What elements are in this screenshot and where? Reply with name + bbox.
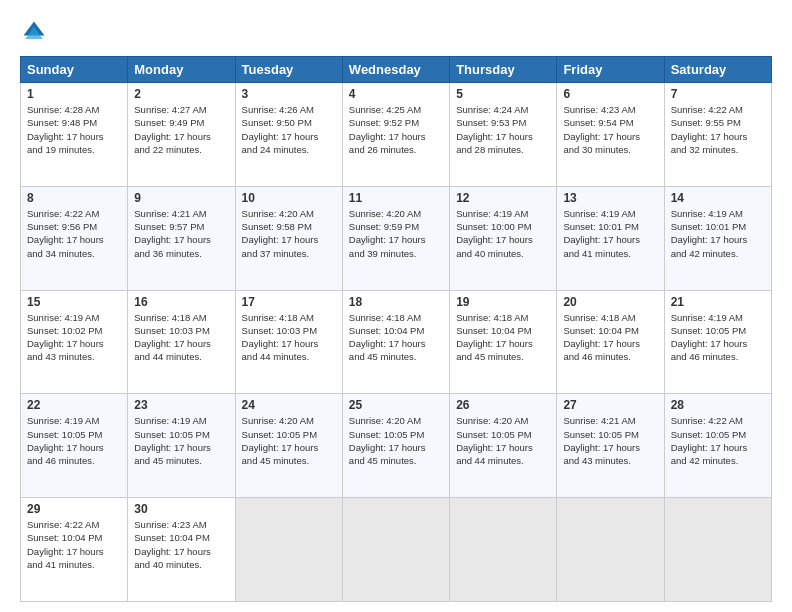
weekday-header-wednesday: Wednesday bbox=[342, 57, 449, 83]
day-content: Sunrise: 4:20 AM Sunset: 10:05 PM Daylig… bbox=[456, 414, 550, 467]
day-cell: 14 Sunrise: 4:19 AM Sunset: 10:01 PM Day… bbox=[664, 186, 771, 290]
day-content: Sunrise: 4:22 AM Sunset: 9:56 PM Dayligh… bbox=[27, 207, 121, 260]
day-number: 9 bbox=[134, 191, 228, 205]
day-cell: 22 Sunrise: 4:19 AM Sunset: 10:05 PM Day… bbox=[21, 394, 128, 498]
day-content: Sunrise: 4:18 AM Sunset: 10:04 PM Daylig… bbox=[349, 311, 443, 364]
week-row-5: 29 Sunrise: 4:22 AM Sunset: 10:04 PM Day… bbox=[21, 498, 772, 602]
week-row-4: 22 Sunrise: 4:19 AM Sunset: 10:05 PM Day… bbox=[21, 394, 772, 498]
day-content: Sunrise: 4:18 AM Sunset: 10:03 PM Daylig… bbox=[134, 311, 228, 364]
day-number: 23 bbox=[134, 398, 228, 412]
logo bbox=[20, 18, 52, 46]
page: SundayMondayTuesdayWednesdayThursdayFrid… bbox=[0, 0, 792, 612]
day-content: Sunrise: 4:21 AM Sunset: 9:57 PM Dayligh… bbox=[134, 207, 228, 260]
day-content: Sunrise: 4:20 AM Sunset: 9:58 PM Dayligh… bbox=[242, 207, 336, 260]
day-cell: 30 Sunrise: 4:23 AM Sunset: 10:04 PM Day… bbox=[128, 498, 235, 602]
week-row-3: 15 Sunrise: 4:19 AM Sunset: 10:02 PM Day… bbox=[21, 290, 772, 394]
day-cell: 26 Sunrise: 4:20 AM Sunset: 10:05 PM Day… bbox=[450, 394, 557, 498]
day-content: Sunrise: 4:23 AM Sunset: 9:54 PM Dayligh… bbox=[563, 103, 657, 156]
day-content: Sunrise: 4:19 AM Sunset: 10:02 PM Daylig… bbox=[27, 311, 121, 364]
day-content: Sunrise: 4:22 AM Sunset: 10:05 PM Daylig… bbox=[671, 414, 765, 467]
day-number: 8 bbox=[27, 191, 121, 205]
day-number: 1 bbox=[27, 87, 121, 101]
day-cell: 21 Sunrise: 4:19 AM Sunset: 10:05 PM Day… bbox=[664, 290, 771, 394]
day-number: 4 bbox=[349, 87, 443, 101]
day-cell: 28 Sunrise: 4:22 AM Sunset: 10:05 PM Day… bbox=[664, 394, 771, 498]
day-content: Sunrise: 4:23 AM Sunset: 10:04 PM Daylig… bbox=[134, 518, 228, 571]
logo-icon bbox=[20, 18, 48, 46]
weekday-header-saturday: Saturday bbox=[664, 57, 771, 83]
day-cell: 23 Sunrise: 4:19 AM Sunset: 10:05 PM Day… bbox=[128, 394, 235, 498]
day-number: 5 bbox=[456, 87, 550, 101]
day-cell: 25 Sunrise: 4:20 AM Sunset: 10:05 PM Day… bbox=[342, 394, 449, 498]
day-number: 3 bbox=[242, 87, 336, 101]
day-content: Sunrise: 4:24 AM Sunset: 9:53 PM Dayligh… bbox=[456, 103, 550, 156]
day-cell: 29 Sunrise: 4:22 AM Sunset: 10:04 PM Day… bbox=[21, 498, 128, 602]
day-content: Sunrise: 4:22 AM Sunset: 10:04 PM Daylig… bbox=[27, 518, 121, 571]
day-number: 19 bbox=[456, 295, 550, 309]
day-cell: 20 Sunrise: 4:18 AM Sunset: 10:04 PM Day… bbox=[557, 290, 664, 394]
day-number: 10 bbox=[242, 191, 336, 205]
day-cell: 15 Sunrise: 4:19 AM Sunset: 10:02 PM Day… bbox=[21, 290, 128, 394]
day-content: Sunrise: 4:26 AM Sunset: 9:50 PM Dayligh… bbox=[242, 103, 336, 156]
day-cell: 8 Sunrise: 4:22 AM Sunset: 9:56 PM Dayli… bbox=[21, 186, 128, 290]
weekday-header-monday: Monday bbox=[128, 57, 235, 83]
day-number: 17 bbox=[242, 295, 336, 309]
day-content: Sunrise: 4:19 AM Sunset: 10:01 PM Daylig… bbox=[563, 207, 657, 260]
day-content: Sunrise: 4:18 AM Sunset: 10:03 PM Daylig… bbox=[242, 311, 336, 364]
day-number: 6 bbox=[563, 87, 657, 101]
weekday-header-tuesday: Tuesday bbox=[235, 57, 342, 83]
day-cell: 16 Sunrise: 4:18 AM Sunset: 10:03 PM Day… bbox=[128, 290, 235, 394]
day-content: Sunrise: 4:27 AM Sunset: 9:49 PM Dayligh… bbox=[134, 103, 228, 156]
weekday-header-row: SundayMondayTuesdayWednesdayThursdayFrid… bbox=[21, 57, 772, 83]
day-content: Sunrise: 4:19 AM Sunset: 10:05 PM Daylig… bbox=[671, 311, 765, 364]
day-content: Sunrise: 4:20 AM Sunset: 9:59 PM Dayligh… bbox=[349, 207, 443, 260]
day-number: 14 bbox=[671, 191, 765, 205]
day-cell bbox=[557, 498, 664, 602]
weekday-header-thursday: Thursday bbox=[450, 57, 557, 83]
day-content: Sunrise: 4:19 AM Sunset: 10:05 PM Daylig… bbox=[134, 414, 228, 467]
day-cell: 1 Sunrise: 4:28 AM Sunset: 9:48 PM Dayli… bbox=[21, 83, 128, 187]
day-cell: 17 Sunrise: 4:18 AM Sunset: 10:03 PM Day… bbox=[235, 290, 342, 394]
week-row-2: 8 Sunrise: 4:22 AM Sunset: 9:56 PM Dayli… bbox=[21, 186, 772, 290]
day-cell bbox=[235, 498, 342, 602]
day-number: 22 bbox=[27, 398, 121, 412]
day-content: Sunrise: 4:19 AM Sunset: 10:05 PM Daylig… bbox=[27, 414, 121, 467]
day-content: Sunrise: 4:18 AM Sunset: 10:04 PM Daylig… bbox=[456, 311, 550, 364]
day-cell: 11 Sunrise: 4:20 AM Sunset: 9:59 PM Dayl… bbox=[342, 186, 449, 290]
day-number: 2 bbox=[134, 87, 228, 101]
day-number: 16 bbox=[134, 295, 228, 309]
calendar-table: SundayMondayTuesdayWednesdayThursdayFrid… bbox=[20, 56, 772, 602]
day-cell: 9 Sunrise: 4:21 AM Sunset: 9:57 PM Dayli… bbox=[128, 186, 235, 290]
day-cell: 13 Sunrise: 4:19 AM Sunset: 10:01 PM Day… bbox=[557, 186, 664, 290]
weekday-header-sunday: Sunday bbox=[21, 57, 128, 83]
day-content: Sunrise: 4:20 AM Sunset: 10:05 PM Daylig… bbox=[242, 414, 336, 467]
day-number: 25 bbox=[349, 398, 443, 412]
day-cell: 27 Sunrise: 4:21 AM Sunset: 10:05 PM Day… bbox=[557, 394, 664, 498]
day-number: 18 bbox=[349, 295, 443, 309]
day-cell: 2 Sunrise: 4:27 AM Sunset: 9:49 PM Dayli… bbox=[128, 83, 235, 187]
day-number: 13 bbox=[563, 191, 657, 205]
day-cell: 7 Sunrise: 4:22 AM Sunset: 9:55 PM Dayli… bbox=[664, 83, 771, 187]
day-number: 11 bbox=[349, 191, 443, 205]
day-content: Sunrise: 4:22 AM Sunset: 9:55 PM Dayligh… bbox=[671, 103, 765, 156]
header bbox=[20, 18, 772, 46]
day-number: 20 bbox=[563, 295, 657, 309]
day-cell: 12 Sunrise: 4:19 AM Sunset: 10:00 PM Day… bbox=[450, 186, 557, 290]
day-cell: 3 Sunrise: 4:26 AM Sunset: 9:50 PM Dayli… bbox=[235, 83, 342, 187]
day-cell bbox=[664, 498, 771, 602]
day-number: 15 bbox=[27, 295, 121, 309]
day-cell: 4 Sunrise: 4:25 AM Sunset: 9:52 PM Dayli… bbox=[342, 83, 449, 187]
day-content: Sunrise: 4:18 AM Sunset: 10:04 PM Daylig… bbox=[563, 311, 657, 364]
day-content: Sunrise: 4:19 AM Sunset: 10:00 PM Daylig… bbox=[456, 207, 550, 260]
day-content: Sunrise: 4:19 AM Sunset: 10:01 PM Daylig… bbox=[671, 207, 765, 260]
day-content: Sunrise: 4:28 AM Sunset: 9:48 PM Dayligh… bbox=[27, 103, 121, 156]
day-number: 21 bbox=[671, 295, 765, 309]
day-number: 26 bbox=[456, 398, 550, 412]
day-cell bbox=[342, 498, 449, 602]
day-content: Sunrise: 4:20 AM Sunset: 10:05 PM Daylig… bbox=[349, 414, 443, 467]
day-number: 28 bbox=[671, 398, 765, 412]
day-content: Sunrise: 4:21 AM Sunset: 10:05 PM Daylig… bbox=[563, 414, 657, 467]
day-content: Sunrise: 4:25 AM Sunset: 9:52 PM Dayligh… bbox=[349, 103, 443, 156]
day-number: 27 bbox=[563, 398, 657, 412]
day-number: 29 bbox=[27, 502, 121, 516]
